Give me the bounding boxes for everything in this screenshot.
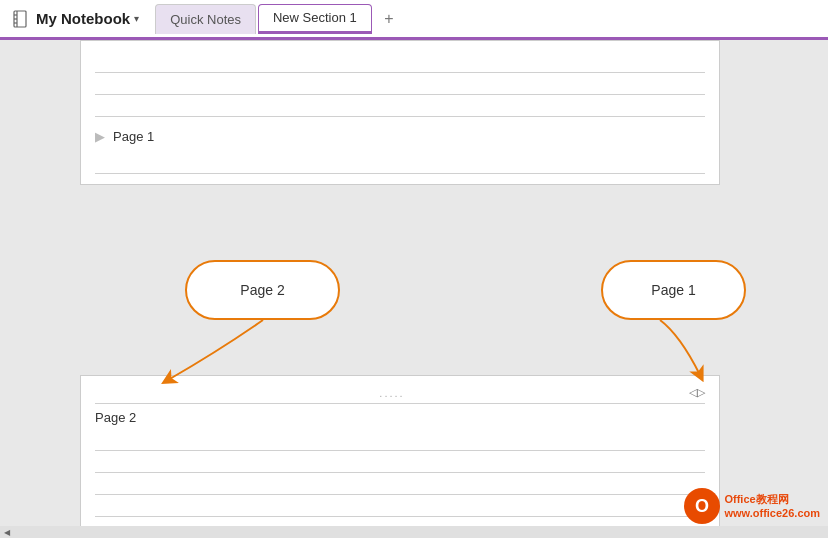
ruled-line-p2-4 <box>95 495 705 517</box>
ruled-line-p2-1 <box>95 429 705 451</box>
callout-page1: Page 1 <box>601 260 746 320</box>
page2-label: Page 2 <box>95 410 705 425</box>
callout-page2: Page 2 <box>185 260 340 320</box>
tab-add-button[interactable]: + <box>376 6 402 32</box>
ruled-line-1 <box>95 51 705 73</box>
tab-quick-notes[interactable]: Quick Notes <box>155 4 256 34</box>
notebook-title: My Notebook <box>36 10 130 27</box>
ruled-line-p2-3 <box>95 473 705 495</box>
ruled-line-3 <box>95 95 705 117</box>
bottom-scrollbar: ◀ <box>0 526 828 538</box>
page1-panel: ▶ Page 1 <box>80 40 720 185</box>
svg-text:O: O <box>695 496 709 516</box>
page1-label: Page 1 <box>113 129 154 144</box>
scroll-left-arrow[interactable]: ◀ <box>0 526 14 538</box>
panel-dots: ..... <box>95 387 689 399</box>
tab-new-section[interactable]: New Section 1 <box>258 4 372 34</box>
office-logo: O <box>684 488 720 524</box>
page2-panel-header: ..... ◁▷ <box>95 386 705 404</box>
ruled-line-2 <box>95 73 705 95</box>
page2-panel: ..... ◁▷ Page 2 <box>80 375 720 538</box>
notebook-dropdown-icon[interactable]: ▾ <box>134 13 139 24</box>
office-text: Office教程网 www.office26.com <box>724 492 820 521</box>
main-content: ▶ Page 1 Page 2 Page 1 ..... ◁▷ Pa <box>0 40 828 538</box>
ruled-line-p2-2 <box>95 451 705 473</box>
office-watermark: O Office教程网 www.office26.com <box>684 488 820 524</box>
ruled-line-4 <box>95 152 705 174</box>
top-bar: My Notebook ▾ Quick Notes New Section 1 … <box>0 0 828 40</box>
notebook-icon <box>10 9 30 29</box>
collapse-icon[interactable]: ◁▷ <box>689 386 705 399</box>
